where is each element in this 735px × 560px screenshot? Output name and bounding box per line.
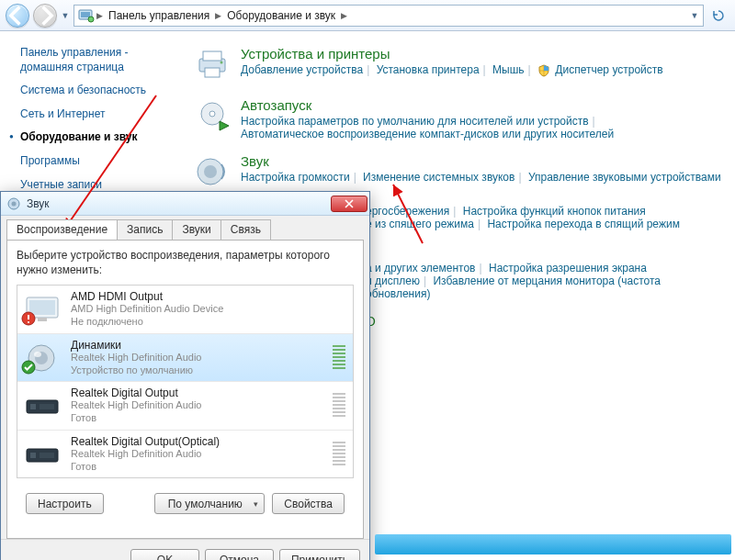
- back-button[interactable]: [6, 4, 29, 28]
- device-driver: Realtek High Definition Audio: [71, 448, 323, 461]
- level-meter-icon: [331, 343, 347, 373]
- speaker-icon: [193, 153, 232, 192]
- link-power-partial[interactable]: ергосбережения: [366, 205, 449, 218]
- printer-icon: [193, 46, 232, 84]
- apply-button[interactable]: Применить: [279, 549, 360, 560]
- tab-comms[interactable]: Связь: [220, 219, 271, 240]
- svg-point-2: [88, 17, 94, 22]
- breadcrumb-sep-icon: ▶: [96, 11, 103, 20]
- nav-history-dropdown[interactable]: ▼: [61, 6, 70, 25]
- svg-rect-28: [333, 364, 345, 365]
- breadcrumb-item[interactable]: Панель управления: [105, 7, 213, 24]
- svg-rect-38: [333, 411, 345, 413]
- link-sound-manage[interactable]: Управление звуковыми устройствами: [528, 171, 721, 184]
- playback-device-list[interactable]: AMD HDMI Output AMD High Definition Audi…: [17, 285, 354, 478]
- category-power-partial: ергосбережения| Настройка функций кнопок…: [366, 205, 726, 230]
- digital-out-icon: [23, 391, 63, 420]
- monitor-icon: [23, 295, 63, 324]
- svg-rect-29: [333, 367, 345, 369]
- device-name: Динамики: [71, 339, 323, 352]
- link-sound-volume[interactable]: Настройка громкости: [241, 171, 350, 184]
- link-mouse[interactable]: Мышь: [492, 63, 525, 76]
- category-partial-letter: D: [366, 313, 726, 329]
- category-sound: Звук Настройка громкости| Изменение сист…: [193, 153, 726, 192]
- svg-point-11: [204, 165, 217, 178]
- category-title[interactable]: Звук: [241, 153, 721, 169]
- link-sound-scheme[interactable]: Изменение системных звуков: [363, 171, 514, 184]
- level-meter-icon: [331, 391, 347, 420]
- svg-rect-43: [333, 442, 345, 443]
- svg-rect-36: [333, 404, 345, 406]
- device-name: Realtek Digital Output: [71, 386, 323, 399]
- link-display-res[interactable]: Настройка разрешения экрана: [489, 262, 647, 274]
- category-title[interactable]: Устройства и принтеры: [241, 46, 663, 62]
- link-display-partial[interactable]: а и других элементов: [366, 262, 476, 274]
- svg-rect-34: [333, 397, 345, 398]
- dialog-tabs: Воспроизведение Запись Звуки Связь: [1, 216, 369, 240]
- set-default-button[interactable]: По умолчанию: [154, 493, 265, 514]
- device-driver: Realtek High Definition Audio: [71, 352, 323, 364]
- device-row[interactable]: Динамики Realtek High Definition Audio У…: [17, 334, 353, 383]
- device-name: AMD HDMI Output: [71, 290, 347, 303]
- dialog-footer: OK Отмена Применить: [1, 539, 369, 560]
- svg-rect-45: [333, 449, 345, 451]
- svg-point-13: [12, 201, 17, 206]
- tab-panel-playback: Выберите устройство воспроизведения, пар…: [6, 240, 364, 539]
- breadcrumb-sep-icon: ▶: [215, 11, 221, 20]
- sidebar-item-home[interactable]: Панель управления - домашняя страница: [20, 46, 173, 74]
- link-device-manager[interactable]: Диспетчер устройств: [555, 63, 662, 76]
- configure-button[interactable]: Настроить: [26, 493, 104, 514]
- svg-rect-48: [333, 460, 345, 462]
- link-autoplay-defaults[interactable]: Настройка параметров по умолчанию для но…: [241, 115, 589, 128]
- svg-rect-4: [203, 51, 221, 61]
- forward-button[interactable]: [33, 4, 57, 28]
- dialog-titlebar[interactable]: Звук: [1, 192, 369, 216]
- svg-rect-26: [333, 356, 345, 358]
- sidebar-item-hardware[interactable]: Оборудование и звук: [20, 130, 173, 145]
- breadcrumb-bar[interactable]: ▶ Панель управления ▶ Оборудование и зву…: [74, 5, 704, 27]
- link-power-buttons[interactable]: Настройка функций кнопок питания: [463, 205, 646, 218]
- svg-rect-44: [333, 445, 345, 447]
- device-row[interactable]: Realtek Digital Output Realtek High Defi…: [17, 382, 353, 431]
- shield-icon: [537, 64, 550, 77]
- svg-point-6: [220, 62, 223, 64]
- svg-point-18: [28, 321, 29, 323]
- svg-rect-25: [333, 353, 345, 354]
- breadcrumb-item[interactable]: Оборудование и звук: [223, 7, 339, 24]
- tab-sounds[interactable]: Звуки: [172, 219, 220, 240]
- properties-button[interactable]: Свойства: [272, 493, 345, 514]
- svg-rect-33: [333, 393, 345, 395]
- category-title[interactable]: Автозапуск: [241, 97, 614, 113]
- link-add-printer[interactable]: Установка принтера: [377, 63, 480, 76]
- digital-out-optical-icon: [23, 440, 63, 469]
- tab-recording[interactable]: Запись: [117, 219, 173, 240]
- svg-marker-9: [220, 121, 229, 130]
- device-row[interactable]: Realtek Digital Output(Optical) Realtek …: [17, 431, 353, 478]
- close-button[interactable]: [331, 196, 368, 212]
- dialog-title: Звук: [27, 197, 325, 210]
- sidebar-item-programs[interactable]: Программы: [20, 154, 173, 169]
- svg-rect-41: [30, 453, 36, 458]
- ok-button[interactable]: OK: [130, 549, 199, 560]
- svg-rect-49: [333, 464, 345, 465]
- explorer-toolbar: ▼ ▶ Панель управления ▶ Оборудование и з…: [0, 0, 735, 31]
- default-badge-icon: [21, 360, 36, 375]
- device-state: Готов: [71, 412, 323, 425]
- panel-hint: Выберите устройство воспроизведения, пар…: [17, 248, 354, 277]
- link-autoplay-cd[interactable]: Автоматическое воспроизведение компакт-д…: [241, 128, 614, 140]
- sidebar-item-network[interactable]: Сеть и Интернет: [20, 107, 173, 122]
- device-row[interactable]: AMD HDMI Output AMD High Definition Audi…: [17, 286, 353, 334]
- refresh-button[interactable]: [707, 8, 729, 23]
- sidebar-item-security[interactable]: Система и безопасность: [20, 84, 173, 98]
- device-driver: AMD High Definition Audio Device: [71, 303, 347, 316]
- path-dropdown-icon[interactable]: ▼: [690, 6, 699, 25]
- device-driver: Realtek High Definition Audio: [71, 399, 323, 412]
- link-power-sleep[interactable]: Настройка перехода в спящий режим: [487, 218, 679, 230]
- link-power-partial2[interactable]: е из спящего режима: [366, 218, 474, 230]
- svg-rect-31: [30, 404, 36, 409]
- link-display-partial2[interactable]: и дисплею: [366, 274, 420, 287]
- link-add-device[interactable]: Добавление устройства: [241, 63, 363, 76]
- cancel-button[interactable]: Отмена: [205, 549, 274, 560]
- tab-playback[interactable]: Воспроизведение: [6, 219, 118, 240]
- category-display-partial: а и других элементов| Настройка разрешен…: [366, 262, 726, 300]
